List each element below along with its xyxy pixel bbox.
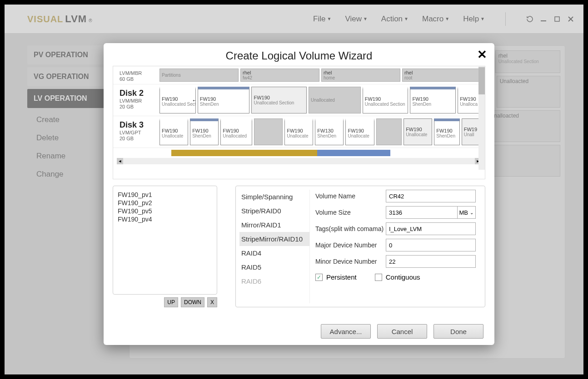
disk-label: Disk 3 LVM/GPT 20 GB bbox=[117, 118, 158, 145]
seg-label: FW190 bbox=[365, 96, 406, 102]
disk-segment[interactable]: rhelhome bbox=[321, 69, 400, 82]
tags-input[interactable] bbox=[386, 222, 476, 235]
disk-segment[interactable]: FW190ShenDen bbox=[198, 87, 250, 113]
disk-segment[interactable]: FW190ShenDen bbox=[434, 118, 460, 145]
disk-segment[interactable]: FW130ShenDen bbox=[315, 118, 344, 145]
disk-label: LVM/MBR 60 GB bbox=[117, 69, 158, 82]
seg-sub: Unallocate bbox=[287, 133, 311, 138]
disk-segment[interactable]: rhelroot bbox=[402, 69, 481, 82]
seg-label: FW190 bbox=[162, 96, 194, 102]
cs-blue bbox=[317, 150, 390, 156]
disk-segment[interactable]: FW190Unallocate bbox=[404, 118, 432, 145]
volume-size-label: Volume Size bbox=[315, 209, 386, 216]
disk-segment[interactable] bbox=[254, 118, 283, 145]
raid-stripemirror[interactable]: StripeMirror/RAID10 bbox=[239, 232, 309, 246]
pv-up-button[interactable]: UP bbox=[164, 297, 178, 307]
disk-segment[interactable]: FW190Unallocate bbox=[345, 118, 374, 145]
disk-segment[interactable]: FW190Unallocated bbox=[220, 118, 252, 145]
disk-size: 20 GB bbox=[120, 136, 155, 142]
disk-segment[interactable]: Partitions bbox=[159, 69, 239, 82]
pv-list-item[interactable]: FW190_pv1 bbox=[118, 191, 212, 199]
disk-visualization-area: LVM/MBR 60 GB Partitions rhelfw42 rhelho… bbox=[113, 66, 485, 179]
disk-segment[interactable]: FW190ShenDen bbox=[190, 118, 219, 145]
disk-segment[interactable]: rhelfw42 bbox=[240, 69, 319, 82]
volume-size-unit-select[interactable]: MB⌄ bbox=[458, 206, 476, 219]
volume-name-label: Volume Name bbox=[315, 192, 386, 200]
seg-sub: root bbox=[404, 75, 479, 80]
disk-type: LVM/MBR bbox=[120, 70, 155, 76]
advance-button[interactable]: Advance... bbox=[321, 324, 371, 339]
pv-list-item[interactable]: FW190_pv2 bbox=[118, 199, 212, 207]
disk-segment[interactable] bbox=[376, 118, 402, 145]
pv-list[interactable]: FW190_pv1 FW190_pv2 FW190_pv5 FW190_pv4 bbox=[113, 186, 217, 295]
seg-sub: Unallocated bbox=[223, 133, 250, 138]
horizontal-scrollbar[interactable]: ◄ ► bbox=[117, 158, 481, 164]
seg-label: rhel bbox=[243, 70, 317, 75]
raid-raid4[interactable]: RAID4 bbox=[239, 246, 309, 260]
disk-segment[interactable]: Unallocated bbox=[309, 87, 361, 113]
disk-size: 60 GB bbox=[120, 76, 155, 82]
create-lv-wizard-modal: ✕ Create Logical Volume Wizard LVM/MBR 6… bbox=[104, 43, 494, 345]
cs-blank bbox=[390, 150, 482, 156]
raid-raid6[interactable]: RAID6 bbox=[239, 274, 309, 288]
persistent-checkbox[interactable]: ✓ bbox=[315, 274, 323, 281]
contiguous-checkbox[interactable] bbox=[375, 274, 382, 281]
disk-row-3: Disk 3 LVM/GPT 20 GB FW190Unallocate FW1… bbox=[113, 116, 485, 148]
modal-close-button[interactable]: ✕ bbox=[477, 48, 487, 62]
seg-sub: Unallocate bbox=[348, 133, 372, 138]
disk-segment[interactable]: FW190Unallocated Section bbox=[251, 87, 307, 113]
seg-sub: Unallocated Section bbox=[254, 100, 304, 105]
seg-label: FW190 bbox=[223, 128, 250, 133]
scroll-track[interactable] bbox=[123, 158, 475, 164]
seg-sub: Unall bbox=[464, 132, 479, 137]
seg-label: FW130 bbox=[317, 128, 341, 133]
seg-sub: fw42 bbox=[243, 75, 317, 80]
seg-label: FW190 bbox=[406, 127, 430, 132]
cancel-button[interactable]: Cancel bbox=[377, 324, 427, 339]
seg-label: FW190 bbox=[460, 96, 479, 102]
disk-name: Disk 3 bbox=[120, 120, 155, 130]
seg-sub: Unallocated bbox=[311, 98, 359, 103]
disk-segment[interactable]: FW190Unallocated Section bbox=[363, 87, 409, 113]
scroll-left-icon[interactable]: ◄ bbox=[117, 158, 123, 164]
seg-sub: home bbox=[324, 75, 398, 80]
pv-list-item[interactable]: FW190_pv5 bbox=[118, 207, 212, 215]
disk-segment[interactable]: FW190Unallocate bbox=[284, 118, 313, 145]
pv-remove-button[interactable]: X bbox=[207, 297, 217, 307]
raid-stripe[interactable]: Stripe/RAID0 bbox=[239, 204, 309, 218]
unit-label: MB bbox=[459, 209, 468, 216]
cs-yellow bbox=[171, 150, 244, 156]
seg-label: FW190 bbox=[200, 96, 248, 102]
persistent-label: Persistent bbox=[326, 273, 357, 281]
seg-sub: Unallocated Section bbox=[162, 102, 194, 107]
vertical-scrollbar[interactable] bbox=[478, 66, 485, 170]
volume-form: Volume Name Volume Size MB⌄ Tags(split w… bbox=[310, 190, 481, 303]
disk-type: LVM/MBR bbox=[120, 98, 155, 104]
raid-simple[interactable]: Simple/Spanning bbox=[239, 190, 309, 204]
volume-size-input[interactable] bbox=[386, 206, 458, 219]
minor-device-input[interactable] bbox=[386, 255, 476, 268]
volume-name-input[interactable] bbox=[386, 190, 476, 202]
seg-sub: ShenDen bbox=[317, 133, 341, 138]
raid-mirror[interactable]: Mirror/RAID1 bbox=[239, 218, 309, 232]
raid-raid5[interactable]: RAID5 bbox=[239, 260, 309, 274]
seg-label: FW190 bbox=[192, 128, 216, 133]
cs-blank bbox=[117, 150, 171, 156]
color-strip bbox=[117, 150, 481, 156]
seg-label: FW190 bbox=[412, 96, 453, 102]
seg-label: FW190 bbox=[348, 128, 372, 133]
disk-segment[interactable]: FW190Unalloca bbox=[458, 87, 481, 113]
pv-list-item[interactable]: FW190_pv4 bbox=[118, 215, 212, 223]
seg-sub: ShenDen bbox=[192, 133, 216, 138]
pv-down-button[interactable]: DOWN bbox=[181, 297, 204, 307]
disk-segment[interactable]: FW190Unallocate bbox=[159, 118, 188, 145]
major-device-input[interactable] bbox=[386, 239, 476, 251]
cs-yellow bbox=[244, 150, 317, 156]
disk-segment[interactable]: FW190Unallocated Section↔ bbox=[159, 87, 196, 113]
disk-segment[interactable]: FW190ShenDen bbox=[410, 87, 456, 113]
done-button[interactable]: Done bbox=[434, 324, 483, 339]
seg-sub: ShenDen bbox=[436, 133, 458, 138]
scroll-thumb[interactable] bbox=[478, 67, 485, 94]
resize-cursor-icon[interactable]: ↔ bbox=[192, 97, 196, 104]
major-device-label: Major Device Number bbox=[315, 241, 386, 249]
